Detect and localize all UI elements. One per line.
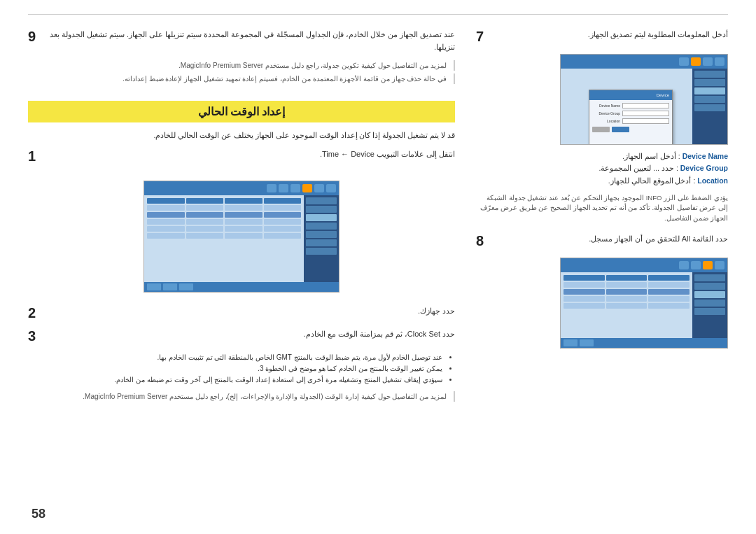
rs1-ok-btn [612, 127, 629, 132]
rs2-h2 [606, 275, 648, 281]
main-content: عند تصديق الجهاز من خلال الخادم، فإن الج… [28, 29, 728, 493]
ss-d14 [225, 226, 262, 232]
rs1-field-loc: Location [592, 118, 669, 124]
ss-d17 [264, 233, 302, 239]
ss-toolbar-btn-5 [279, 184, 288, 192]
step-7-number: 7 [476, 29, 491, 45]
rs1-content: Device Device Name Device G [561, 69, 727, 144]
info-item-group: Device Group : حدد ... لتعيين المجموعة. [476, 162, 728, 175]
step-9-content: عند تصديق الجهاز من خلال الخادم، فإن الج… [48, 29, 455, 87]
rs2-btn1 [715, 261, 724, 269]
ss-nav-4 [306, 223, 337, 230]
ss-data-row-4 [147, 226, 301, 232]
ss-toolbar-btn-1 [326, 184, 336, 192]
rs1-name-label: Device Name [592, 104, 620, 108]
ss-nav-6 [306, 239, 337, 246]
rs2-header [564, 275, 690, 281]
sub-step-3-text: حدد Clock Set، ثم قم بمزامنة الوقت مع ال… [48, 328, 455, 341]
rs1-loc-input [622, 118, 669, 124]
sub-step-3-row: حدد Clock Set، ثم قم بمزامنة الوقت مع ال… [28, 328, 455, 348]
rs2-c7 [648, 296, 690, 302]
ss-toolbar-btn-6 [267, 184, 276, 192]
ss-data-row-1 [147, 205, 301, 211]
rs1-loc-label: Location [592, 119, 620, 123]
rs2-b2 [564, 339, 578, 346]
ss-d19 [186, 233, 224, 239]
rs2-h3 [564, 275, 605, 281]
sub-step-1-text: انتقل إلى علامات التبويب Time ← Device. [48, 148, 455, 161]
rs1-field-name: Device Name [592, 103, 669, 108]
sub-step-1-row: انتقل إلى علامات التبويب Time ← Device. … [28, 148, 455, 168]
ss-d12 [147, 219, 185, 225]
step-7-section: أدخل المعلومات المطلوبة ليتم تصديق الجها… [476, 29, 728, 223]
ss-d9 [264, 219, 302, 225]
ss-d4 [147, 205, 185, 211]
rs1-group-input [622, 111, 669, 116]
info-item-name: Device Name : أدخل اسم الجهاز. [476, 150, 728, 163]
step-7-intro: أدخل المعلومات المطلوبة ليتم تصديق الجها… [496, 29, 728, 41]
ss-nav-2 [306, 206, 337, 213]
ss-bottom-bar [144, 282, 339, 292]
rs1-name-input [622, 103, 669, 108]
rs1-main: Device Device Name Device G [561, 69, 692, 144]
rs1-group-label: Device Group [592, 111, 620, 115]
ss-nav-1 [306, 197, 337, 204]
sub-step-2-row: حدد جهازك. 2 [28, 305, 455, 325]
rs2-c10 [648, 303, 690, 309]
ss-d6 [225, 212, 262, 218]
rs2-toolbar [561, 258, 727, 272]
rs2-btn2 [703, 261, 713, 269]
rs1-btn-row [592, 127, 669, 132]
ss-bottom-btn-3 [147, 283, 161, 290]
step-8-number: 8 [476, 233, 491, 249]
rs1-btn3 [691, 57, 701, 66]
rs2-n4 [694, 300, 725, 307]
rs1-cancel-btn [592, 127, 610, 132]
rs2-c6 [564, 289, 605, 295]
rs1-field-group: Device Group [592, 111, 669, 116]
rs2-r2 [564, 289, 690, 295]
rs2-nav [692, 272, 727, 348]
left-bullet-3: سيؤدي إيقاف تشغيل المنتج وتشغيله مرة أخر… [28, 374, 442, 386]
ss-d3 [186, 205, 224, 211]
sub-step-1-number: 1 [28, 148, 43, 164]
rs1-n3 [694, 87, 725, 94]
ss-data-row-3 [147, 219, 301, 225]
rs2-c5 [606, 289, 648, 295]
step-9-note1: لمزيد من التفاصيل حول كيفية تكوين جدولة،… [48, 60, 455, 71]
step-9-row: عند تصديق الجهاز من خلال الخادم، فإن الج… [28, 29, 455, 87]
left-note3: لمزيد من التفاصيل حول كيفية إدارة الوقت … [28, 391, 455, 402]
rs2-n5 [694, 308, 725, 315]
ss-header-row [147, 198, 301, 204]
section-heading: إعداد الوقت الحالي [28, 101, 455, 122]
ss-nav-7 [306, 248, 337, 255]
sub-step-2-content: حدد جهازك. [48, 305, 455, 325]
rs1-btn1 [715, 57, 724, 66]
sub-step-2-number: 2 [28, 305, 43, 321]
ss-d16 [147, 226, 185, 232]
right-screenshot-2 [560, 258, 728, 349]
rs2-c8 [606, 296, 648, 302]
rs1-dialog-title: Device [589, 90, 672, 100]
ss-h1 [264, 198, 302, 204]
left-column: عند تصديق الجهاز من خلال الخادم، فإن الج… [28, 29, 455, 493]
ss-right-content [144, 195, 304, 292]
ss-data-row-2 [147, 212, 301, 218]
step-7-note: يؤدي الضغط على الزر INFO الموجود بجهاز ا… [476, 193, 728, 223]
ss-d13 [264, 226, 302, 232]
ss-left-nav [304, 195, 339, 292]
rs1-btn2 [703, 57, 713, 66]
rs1-dialog-body: Device Name Device Group Location [589, 100, 672, 135]
rs2-n1 [694, 274, 725, 281]
rs1-n2 [694, 79, 725, 86]
step-8-row: حدد القائمة All للتحقق من أن الجهاز مسجل… [476, 233, 728, 253]
rs2-n3 [694, 291, 725, 298]
rs2-c3 [564, 282, 605, 288]
ss-h2 [225, 198, 262, 204]
rs2-btn4 [679, 261, 689, 269]
rs2-c12 [564, 303, 605, 309]
ss-toolbar [144, 181, 339, 195]
ss-d1 [264, 205, 302, 211]
right-info-list: Device Name : أدخل اسم الجهاز. Device Gr… [476, 150, 728, 188]
ss-d20 [147, 233, 185, 239]
